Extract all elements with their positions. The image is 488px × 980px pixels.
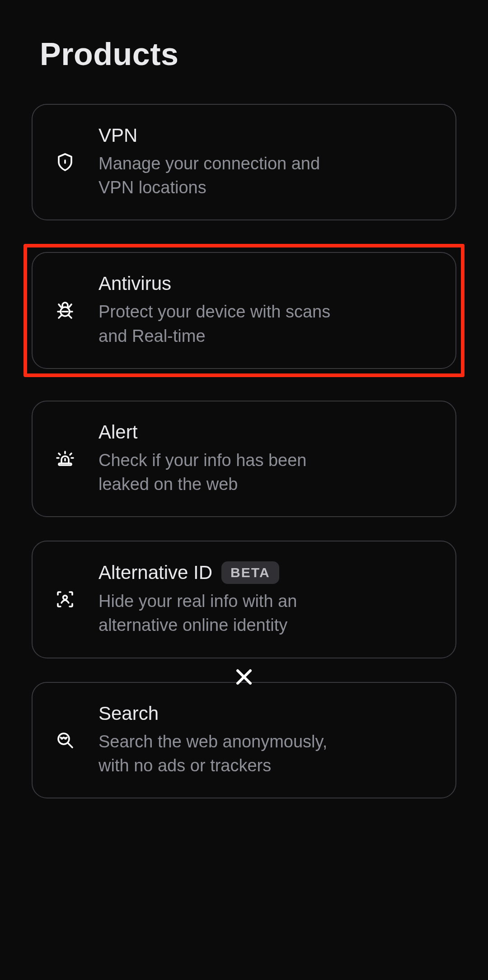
highlight-frame: Antivirus Protect your device with scans… bbox=[23, 244, 465, 377]
product-card-search[interactable]: Search Search the web anonymously, with … bbox=[32, 682, 456, 798]
product-description: Hide your real info with an alternative … bbox=[99, 589, 352, 637]
svg-line-3 bbox=[59, 304, 61, 307]
product-description: Check if your info has been leaked on th… bbox=[99, 448, 352, 496]
svg-line-7 bbox=[59, 315, 61, 318]
search-mask-icon bbox=[52, 728, 78, 753]
product-text: Antivirus Protect your device with scans… bbox=[99, 273, 436, 348]
product-description: Protect your device with scans and Real-… bbox=[99, 300, 352, 348]
product-text: VPN Manage your connection and VPN locat… bbox=[99, 125, 436, 200]
svg-line-17 bbox=[68, 743, 72, 747]
product-card-vpn[interactable]: VPN Manage your connection and VPN locat… bbox=[32, 104, 456, 220]
product-text: Search Search the web anonymously, with … bbox=[99, 703, 436, 778]
beta-badge: BETA bbox=[221, 561, 279, 584]
product-card-antivirus[interactable]: Antivirus Protect your device with scans… bbox=[32, 252, 456, 369]
svg-point-15 bbox=[63, 596, 67, 600]
close-button[interactable] bbox=[230, 664, 258, 691]
svg-line-10 bbox=[59, 453, 60, 455]
product-text: Alert Check if your info has been leaked… bbox=[99, 421, 436, 496]
identity-scan-icon bbox=[52, 587, 78, 612]
product-description: Search the web anonymously, with no ads … bbox=[99, 730, 352, 778]
svg-line-11 bbox=[70, 453, 71, 455]
product-title: Alternative ID bbox=[99, 562, 212, 583]
svg-line-4 bbox=[69, 304, 71, 307]
shield-icon bbox=[52, 149, 78, 175]
svg-line-8 bbox=[69, 315, 71, 318]
product-title: Alert bbox=[99, 421, 137, 443]
product-text: Alternative ID BETA Hide your real info … bbox=[99, 561, 436, 637]
siren-icon bbox=[52, 446, 78, 471]
product-title: VPN bbox=[99, 125, 137, 146]
product-title: Search bbox=[99, 703, 159, 724]
product-card-alert[interactable]: Alert Check if your info has been leaked… bbox=[32, 401, 456, 517]
product-list: VPN Manage your connection and VPN locat… bbox=[32, 104, 456, 798]
product-description: Manage your connection and VPN locations bbox=[99, 152, 352, 200]
close-icon bbox=[233, 666, 255, 689]
products-screen: Products VPN Manage your connection and … bbox=[0, 0, 488, 980]
bug-icon bbox=[52, 298, 78, 323]
product-title: Antivirus bbox=[99, 273, 171, 294]
page-title: Products bbox=[40, 36, 456, 72]
product-card-alternative-id[interactable]: Alternative ID BETA Hide your real info … bbox=[32, 541, 456, 658]
